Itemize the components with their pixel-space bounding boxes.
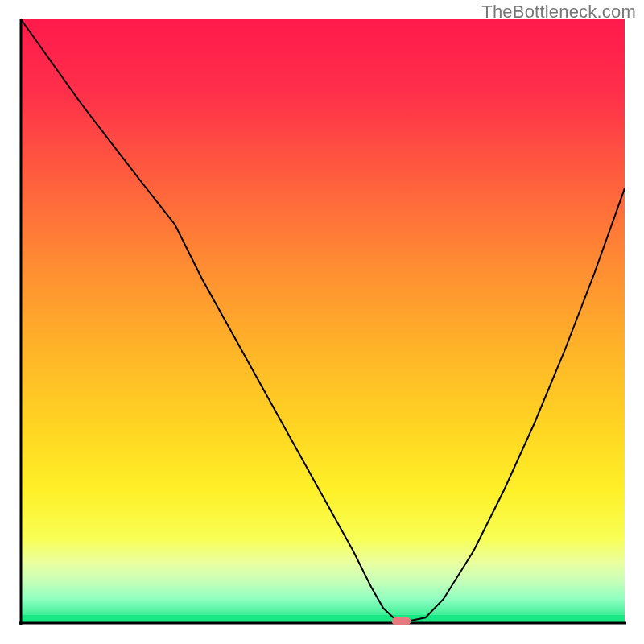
- watermark-text: TheBottleneck.com: [481, 2, 636, 23]
- chart-frame: TheBottleneck.com: [0, 0, 644, 644]
- plot-background: [21, 19, 625, 623]
- optimal-marker: [392, 617, 411, 625]
- bottleneck-chart: [0, 0, 644, 644]
